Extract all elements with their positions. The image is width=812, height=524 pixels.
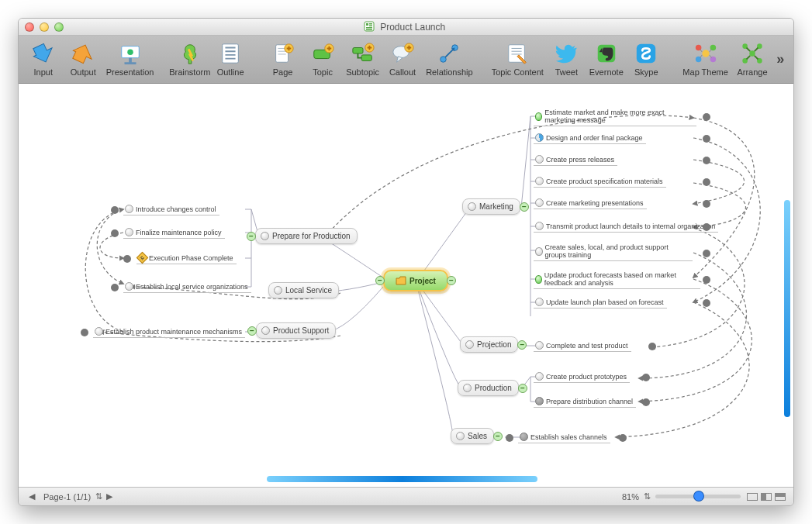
slider-knob[interactable] — [694, 491, 703, 501]
leaf-node[interactable]: Introduce changes control — [123, 203, 219, 215]
bullet-icon — [125, 228, 133, 236]
svg-line-57 — [746, 48, 750, 52]
evernote-button[interactable]: Evernote — [586, 37, 626, 82]
prev-page-button[interactable]: ◀ — [25, 491, 39, 502]
leaf-label: Establish product maintenance mechanisms — [105, 328, 242, 336]
branch-marketing[interactable]: Marketing − — [462, 198, 520, 215]
close-window-button[interactable] — [25, 22, 34, 32]
minimize-window-button[interactable] — [40, 22, 49, 32]
view-mode-3[interactable] — [775, 493, 786, 501]
next-page-button[interactable]: ▶ — [102, 491, 116, 502]
toggle-icon[interactable]: − — [447, 276, 456, 285]
vertical-scrollbar[interactable] — [784, 200, 790, 417]
window-title-text: Product Launch — [380, 22, 445, 33]
branch-production[interactable]: Production − — [458, 380, 519, 396]
leaf-label: Create marketing presentations — [546, 199, 644, 207]
toggle-icon[interactable]: − — [375, 276, 385, 285]
leaf-label: Introduce changes control — [136, 205, 216, 213]
bullet-icon — [535, 298, 544, 306]
toggle-icon[interactable]: − — [517, 340, 527, 350]
bullet-icon — [456, 432, 465, 440]
leaf-node[interactable]: Transmit product launch details to inter… — [534, 220, 718, 233]
zoom-window-button[interactable] — [54, 22, 64, 32]
toggle-icon[interactable]: − — [247, 232, 256, 241]
traffic-lights — [25, 22, 64, 32]
topic-content-button[interactable]: Topic Content — [489, 37, 547, 82]
root-node[interactable]: Project − − — [383, 270, 448, 291]
toggle-icon[interactable]: − — [247, 326, 257, 336]
svg-line-51 — [709, 55, 711, 58]
svg-rect-27 — [361, 55, 371, 61]
leaf-node[interactable]: Create press releases — [534, 153, 617, 166]
output-button[interactable]: Output — [63, 37, 102, 82]
presentation-button[interactable]: Presentation — [103, 37, 157, 82]
leaf-node[interactable]: Estimate market and make more exact mark… — [534, 107, 696, 126]
outline-button[interactable]: Outline — [210, 37, 250, 82]
leaf-label: Design and order final package — [546, 134, 643, 142]
leaf-label: Estimate market and make more exact mark… — [544, 109, 693, 124]
toggle-icon[interactable]: − — [493, 432, 503, 441]
svg-point-43 — [702, 50, 709, 57]
leaf-node[interactable]: Design and order final package — [534, 132, 646, 144]
callout-button[interactable]: Callout — [382, 37, 422, 82]
leaf-node[interactable]: Establish product maintenance mechanisms — [93, 326, 245, 338]
canvas[interactable]: Project − − Marketing − Estimate market … — [19, 84, 793, 487]
branch-local-service[interactable]: Local Service — [268, 282, 339, 298]
leaf-node[interactable]: Update launch plan based on forecast — [534, 296, 667, 309]
branch-projection[interactable]: Projection − — [460, 336, 518, 353]
svg-point-35 — [441, 57, 447, 63]
view-mode-2[interactable] — [761, 493, 772, 501]
callout-icon — [391, 42, 414, 65]
input-button[interactable]: Input — [23, 37, 63, 82]
bullet-icon — [535, 247, 543, 256]
leaf-node[interactable]: Update product forecasts based on market… — [534, 270, 700, 289]
page-indicator[interactable]: Page-1 (1/1) — [43, 492, 91, 502]
subtopic-button[interactable]: Subtopic — [343, 37, 382, 82]
arrange-button[interactable]: Arrange — [732, 37, 772, 82]
toolbar-overflow-button[interactable]: » — [772, 37, 789, 82]
leaf-node[interactable]: Establish local service organizations — [123, 281, 251, 293]
page-stepper[interactable]: ⇅ — [95, 491, 102, 502]
check-icon — [535, 275, 542, 284]
leaf-node[interactable]: Create sales, local, and product support… — [534, 242, 693, 261]
relationship-dot — [111, 284, 119, 291]
leaf-node[interactable]: Create product specification materials — [534, 175, 666, 188]
view-mode-1[interactable] — [747, 493, 758, 501]
folder-icon — [396, 276, 406, 285]
branch-sales[interactable]: Sales − — [451, 428, 494, 444]
branch-label: Marketing — [479, 202, 513, 211]
titlebar: Product Launch — [19, 19, 793, 36]
svg-rect-10 — [223, 44, 239, 63]
map-theme-button[interactable]: Map Theme — [679, 37, 732, 82]
leaf-node[interactable]: Create product prototypes — [534, 371, 630, 383]
bullet-icon — [520, 433, 528, 441]
topic-button[interactable]: Topic — [302, 37, 342, 82]
svg-line-60 — [755, 56, 758, 60]
relationship-button[interactable]: Relationship — [423, 37, 476, 82]
zoom-stepper[interactable]: ⇅ — [644, 491, 651, 502]
toggle-icon[interactable]: − — [518, 384, 527, 393]
toolbar: Input Output Presentation Brainstorm Out… — [19, 36, 793, 84]
branch-product-support[interactable]: Product Support − — [256, 322, 336, 339]
leaf-label: Execution Phase Complete — [149, 254, 233, 262]
horizontal-scrollbar[interactable] — [267, 476, 537, 482]
leaf-node[interactable]: Create marketing presentations — [534, 197, 647, 209]
skype-button[interactable]: Skype — [627, 37, 666, 82]
leaf-node[interactable]: Finalize maintenance policy — [123, 226, 225, 239]
tweet-button[interactable]: Tweet — [547, 37, 586, 82]
bullet-icon — [261, 326, 270, 335]
zoom-level[interactable]: 81% — [622, 492, 639, 502]
leaf-node[interactable]: M Execution Phase Complete — [136, 252, 237, 264]
leaf-node[interactable]: Prepare distribution channel — [534, 395, 636, 408]
leaf-node[interactable]: Complete and test product — [534, 340, 631, 352]
svg-line-59 — [746, 56, 750, 60]
branch-prepare-production[interactable]: Prepare for Production − — [255, 228, 358, 244]
svg-rect-3 — [369, 26, 372, 27]
bullet-icon — [125, 205, 133, 213]
svg-line-48 — [700, 49, 702, 52]
brainstorm-button[interactable]: Brainstorm — [169, 37, 210, 82]
toggle-icon[interactable]: − — [520, 202, 529, 212]
page-button[interactable]: Page — [263, 37, 302, 82]
zoom-slider[interactable] — [655, 495, 741, 498]
leaf-node[interactable]: Establish sales channels — [518, 431, 610, 443]
